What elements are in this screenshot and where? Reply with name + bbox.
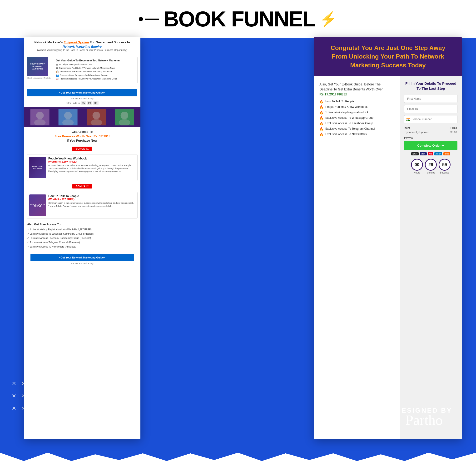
rp-benefit-text-2: People You May Know Workbook	[325, 105, 368, 108]
rp-benefit-4: 🔥 Exclusive Access To Whatsapp Group	[319, 116, 395, 120]
rp-benefit-2: 🔥 People You May Know Workbook	[319, 105, 395, 109]
timer-minutes-item: 29 Minutes	[425, 159, 437, 174]
lp-photo-1	[26, 109, 53, 125]
benefit-text-2: Supercharge And Build A Thriving Network…	[59, 67, 116, 69]
flame-icon-1: 🔥	[319, 100, 323, 103]
rp-benefit-text-4: Exclusive Access To Whatsapp Group	[325, 116, 374, 119]
rp-white-text1: From	[332, 53, 349, 60]
right-panel: Congrats! You Are Just One Step Away Fro…	[314, 37, 462, 439]
payment-icons: ⊞Pay VISA MC AMEX DISC	[404, 152, 458, 155]
flame-icon-7: 🔥	[319, 133, 323, 136]
also-item-1: ✓ 1 Live Workshop Registration Link (Wor…	[27, 227, 137, 232]
final-cta-sub: For Just Rs.297/- Today	[27, 262, 137, 265]
photo-placeholder-1	[26, 109, 53, 125]
page-title: BOOK FUNNEL	[164, 7, 315, 32]
bonuses-header-label: Get Access To	[72, 130, 93, 134]
rp-benefit-text-6: Exclusive Access To Telegram Channel	[325, 127, 375, 130]
x-mark: ×	[12, 405, 16, 412]
bonus1-desc: Uncover the true potential of your netwo…	[48, 164, 135, 173]
timer-seconds-circle: 59	[439, 159, 451, 171]
timer-seconds-item: 59 Seconds	[439, 159, 451, 174]
x-decorations-bottom-left: × × × × × ×	[12, 380, 25, 412]
benefit-text-4: Generate More Prospects And Close More P…	[60, 74, 108, 76]
lp-benefits-title: Get Your Guide To Become A Top Network M…	[56, 59, 136, 62]
lp-photo-3	[83, 109, 110, 125]
flame-icon-3: 🔥	[319, 111, 323, 115]
final-cta-button[interactable]: »Get Your Network Marketing Guide«	[31, 254, 134, 261]
bonus1-name: People You Know Workbook	[48, 157, 135, 160]
rp-benefit-text-3: 1 Live Workshop Registration Link	[325, 111, 369, 114]
svg-point-10	[120, 112, 128, 119]
lp-photos-collage	[24, 107, 140, 127]
flame-icon-4: 🔥	[319, 116, 323, 120]
also-get-section: Also Get Free Access To: ✓ 1 Live Worksh…	[24, 221, 140, 251]
email-input[interactable]	[404, 105, 458, 113]
benefit-icon-4: 👥	[56, 74, 59, 77]
first-name-input[interactable]	[404, 95, 458, 103]
designed-by-name: Partho	[396, 412, 452, 428]
order-price-value: $0.00	[446, 130, 457, 134]
discover-icon: DISC	[443, 152, 450, 155]
also-item-4: ✓ Exclusive Access Telegram Channel (Pri…	[27, 240, 137, 245]
timer-seconds-label: Seconds	[440, 171, 449, 174]
left-page-scroll[interactable]: Network Marketer's Fullproof System For …	[24, 37, 140, 439]
rp-body: Also, Get Your E-Book Guide, Before The …	[314, 76, 462, 439]
complete-order-button[interactable]: Complete Order ➜	[404, 141, 458, 150]
bonuses-title-free: Free Bonuses Worth Over Rs. 17,291!	[54, 135, 110, 138]
timer-hours: 05	[81, 101, 86, 105]
also-get-items: ✓ 1 Live Workshop Registration Link (Wor…	[27, 227, 137, 249]
flame-icon-2: 🔥	[319, 105, 323, 109]
bonus1-content: People You Know Workbook (Worth Rs.1,297…	[48, 157, 135, 178]
lp-benefit-1: ☰ Goodbye To Unpredictable Income	[56, 63, 136, 66]
final-cta-section: »Get Your Network Marketing Guide« For J…	[24, 254, 140, 270]
lp-benefit-4: 👥 Generate More Prospects And Close More…	[56, 74, 136, 77]
bonus1-thumb-text: PEOPLE YOU MAY KNOW	[30, 166, 45, 169]
mastercard-icon: MC	[428, 152, 433, 155]
rp-benefit-3: 🔥 1 Live Workshop Registration Link	[319, 111, 395, 115]
icon-line	[145, 18, 159, 20]
lp-cta-sub: For Just Rs.297/- Today	[24, 97, 140, 100]
also-item-2: ✓ Exclusive Access To Whatsapp Community…	[27, 232, 137, 236]
lp-book-text: HOW TO START NETWORK MARKETING	[28, 63, 47, 70]
lp-photo-4	[111, 109, 138, 125]
rp-header-title: Congrats! You Are Just One Step Away Fro…	[321, 44, 455, 69]
lp-photo-2	[54, 109, 82, 125]
rp-orange-text: Congrats! You Are Just One Step Away	[331, 44, 445, 51]
phone-input[interactable]	[411, 116, 455, 123]
order-item-value: Dynamically Updated	[405, 130, 445, 134]
complete-order-label: Complete Order ➜	[417, 144, 444, 147]
rp-benefit-1: 🔥 How To Talk To People	[319, 100, 395, 103]
header: BOOK FUNNEL ⚡	[0, 0, 476, 38]
flame-icon-5: 🔥	[319, 122, 323, 125]
bonuses-title-main: Get Access To Free Bonuses Worth Over Rs…	[27, 130, 137, 143]
order-row: Dynamically Updated $0.00	[405, 130, 457, 134]
bonuses-sub: If You Purchase Now	[67, 139, 97, 142]
lp-bonuses-header: Get Access To Free Bonuses Worth Over Rs…	[24, 127, 140, 145]
benefit-text-1: Goodbye To Unpredictable Income	[59, 63, 92, 66]
bonus2-thumb-text: HOW TO TALK TO PEOPLE	[30, 204, 45, 207]
rp-benefit-text-1: How To Talk To People	[325, 100, 354, 103]
flame-icon-6: 🔥	[319, 127, 323, 131]
bonus1-badge: BONUS #1	[72, 147, 92, 151]
lp-timer: Offer Ends In 05 29 33	[24, 101, 140, 105]
icon-dot	[139, 17, 143, 21]
rp-benefit-7: 🔥 Exclusive Access To Newsletters	[319, 133, 395, 136]
lp-cta-button[interactable]: »Get Your Network Marketing Guide«	[27, 89, 137, 96]
also-item-5: ✓ Exclusive Access To Newsletters (Price…	[27, 245, 137, 249]
pay-via-label: Pay via	[404, 136, 458, 139]
designed-by-section: DESIGNED BY Partho	[396, 407, 452, 428]
lp-book-section: HOW TO START NETWORK MARKETING (Book Lan…	[27, 57, 51, 83]
timer-seconds: 33	[93, 101, 99, 105]
funnel-icon	[139, 17, 159, 21]
also-get-title: Also Get Free Access To:	[27, 223, 137, 226]
lp-content-row: HOW TO START NETWORK MARKETING (Book Lan…	[24, 54, 140, 86]
bonus2-badge-container: BONUS #2	[24, 183, 140, 190]
timer-minutes-label: Minutes	[426, 171, 435, 174]
item-col-header: Item	[405, 126, 445, 130]
form-timer: 00 Hours 29 Minutes 59 Seconds	[404, 159, 458, 174]
svg-point-1	[36, 112, 44, 119]
price-col-header: Price	[446, 126, 457, 130]
bonus1-badge-container: BONUS #1	[24, 145, 140, 152]
svg-point-7	[92, 112, 100, 119]
bonus2-badge: BONUS #2	[72, 184, 92, 188]
